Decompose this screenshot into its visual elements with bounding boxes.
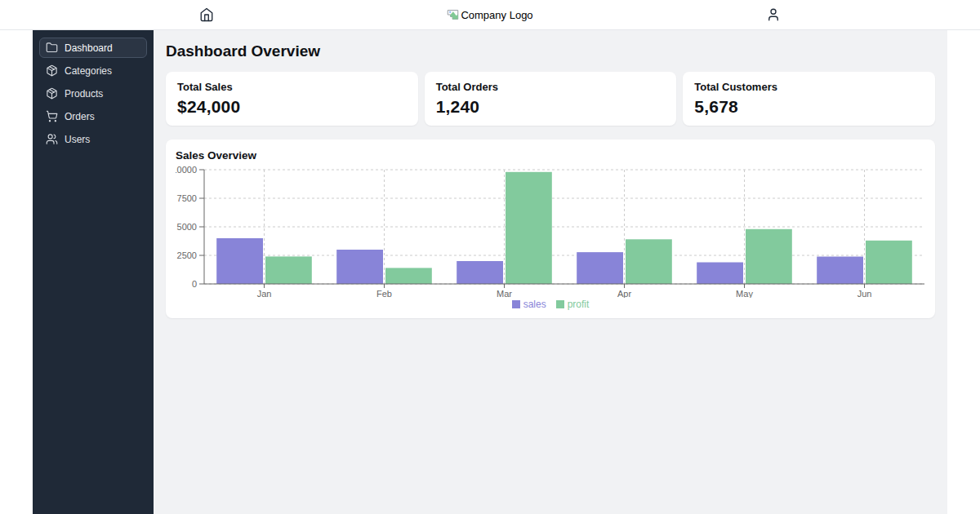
svg-text:Mar: Mar xyxy=(497,289,512,298)
stat-card-total-sales: Total Sales $24,000 xyxy=(166,72,418,126)
svg-text:7500: 7500 xyxy=(177,193,197,203)
svg-text:2500: 2500 xyxy=(177,250,197,260)
stat-label: Total Sales xyxy=(177,81,407,93)
stat-value: $24,000 xyxy=(177,97,407,117)
legend-swatch-sales xyxy=(512,300,520,308)
sidebar-item-label: Products xyxy=(65,88,103,100)
header: Company Logo xyxy=(0,0,980,30)
app-body: Dashboard Categories Products xyxy=(33,30,947,514)
sidebar-item-label: Dashboard xyxy=(65,42,113,54)
package-icon xyxy=(46,64,58,77)
svg-text:May: May xyxy=(736,289,753,298)
header-left xyxy=(65,7,349,22)
svg-text:Feb: Feb xyxy=(376,289,392,298)
package-icon xyxy=(46,87,58,100)
main-content: Dashboard Overview Total Sales $24,000 T… xyxy=(154,30,947,514)
sidebar-item-orders[interactable]: Orders xyxy=(39,106,147,126)
stat-value: 1,240 xyxy=(436,97,666,117)
svg-text:Apr: Apr xyxy=(617,289,631,298)
company-logo: Company Logo xyxy=(447,9,532,21)
company-logo-alt-text: Company Logo xyxy=(461,9,532,21)
stat-value: 5,678 xyxy=(694,97,924,117)
user-icon[interactable] xyxy=(766,7,781,22)
sales-chart-svg[interactable]: 025005000750010000JanFebMarAprMayJun xyxy=(176,164,925,298)
sidebar-item-categories[interactable]: Categories xyxy=(39,60,147,81)
chart-title: Sales Overview xyxy=(176,149,925,162)
legend-label-sales: sales xyxy=(523,299,546,310)
legend-label-profit: profit xyxy=(568,299,590,310)
svg-text:Jun: Jun xyxy=(858,289,872,298)
legend-item-profit[interactable]: profit xyxy=(556,299,590,310)
stat-card-total-customers: Total Customers 5,678 xyxy=(683,72,935,126)
stat-card-total-orders: Total Orders 1,240 xyxy=(425,72,677,126)
sidebar-item-label: Users xyxy=(65,134,90,145)
header-center: Company Logo xyxy=(349,9,632,21)
sidebar-item-label: Categories xyxy=(65,65,112,77)
stat-label: Total Orders xyxy=(436,81,666,93)
header-right xyxy=(631,7,915,22)
sidebar-item-dashboard[interactable]: Dashboard xyxy=(39,38,147,58)
stat-label: Total Customers xyxy=(694,81,924,93)
broken-image-icon xyxy=(447,9,459,20)
page-title: Dashboard Overview xyxy=(166,42,935,60)
sidebar-item-users[interactable]: Users xyxy=(39,129,147,149)
sidebar: Dashboard Categories Products xyxy=(33,30,154,514)
svg-text:10000: 10000 xyxy=(176,165,197,175)
svg-text:0: 0 xyxy=(192,279,197,289)
svg-text:Jan: Jan xyxy=(257,289,272,298)
cart-icon xyxy=(46,110,58,122)
sales-overview-card: Sales Overview 025005000750010000JanFebM… xyxy=(166,140,935,318)
legend-item-sales[interactable]: sales xyxy=(512,299,546,310)
home-icon[interactable] xyxy=(199,7,214,22)
svg-text:5000: 5000 xyxy=(177,222,197,232)
folder-icon xyxy=(46,42,58,54)
sidebar-item-products[interactable]: Products xyxy=(39,83,147,104)
stats-row: Total Sales $24,000 Total Orders 1,240 T… xyxy=(166,72,935,126)
chart-legend: sales profit xyxy=(176,299,925,310)
sidebar-item-label: Orders xyxy=(65,111,95,122)
legend-swatch-profit xyxy=(556,300,564,308)
users-icon xyxy=(46,133,58,145)
